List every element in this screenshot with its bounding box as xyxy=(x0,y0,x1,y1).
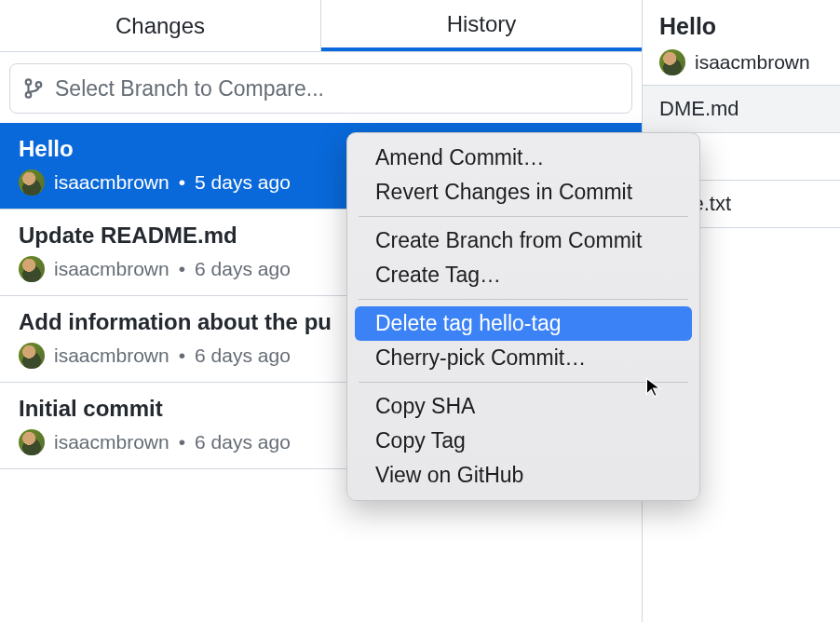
menu-create-branch[interactable]: Create Branch from Commit xyxy=(355,223,692,258)
avatar xyxy=(19,429,45,455)
tab-changes[interactable]: Changes xyxy=(0,0,321,51)
commit-time: 6 days ago xyxy=(195,345,291,367)
commit-time: 6 days ago xyxy=(195,258,291,280)
commit-author: isaacmbrown xyxy=(54,258,169,280)
menu-create-tag[interactable]: Create Tag… xyxy=(355,258,692,292)
branch-compare-selector[interactable]: Select Branch to Compare... xyxy=(9,63,632,114)
commit-detail-author: isaacmbrown xyxy=(695,51,810,74)
git-branch-icon xyxy=(23,78,44,99)
menu-revert-commit[interactable]: Revert Changes in Commit xyxy=(355,175,692,210)
tab-bar: Changes History xyxy=(0,0,642,52)
commit-time: 6 days ago xyxy=(195,431,291,453)
commit-time: 5 days ago xyxy=(195,171,291,194)
menu-delete-tag[interactable]: Delete tag hello-tag xyxy=(355,306,692,341)
avatar xyxy=(19,169,45,196)
menu-amend-commit[interactable]: Amend Commit… xyxy=(355,141,692,175)
menu-separator xyxy=(359,382,688,383)
svg-point-1 xyxy=(26,92,32,98)
commit-author: isaacmbrown xyxy=(54,171,169,194)
avatar xyxy=(19,343,45,369)
commit-detail-title: Hello xyxy=(659,13,823,40)
svg-point-2 xyxy=(36,82,42,88)
commit-context-menu: Amend Commit… Revert Changes in Commit C… xyxy=(346,132,700,501)
avatar xyxy=(19,256,45,282)
menu-cherry-pick[interactable]: Cherry-pick Commit… xyxy=(355,341,692,375)
svg-point-0 xyxy=(26,79,32,85)
menu-separator xyxy=(359,299,688,300)
file-item[interactable]: DME.md xyxy=(643,86,840,133)
menu-copy-tag[interactable]: Copy Tag xyxy=(355,424,692,458)
avatar xyxy=(659,49,685,75)
commit-author: isaacmbrown xyxy=(54,345,169,367)
commit-author: isaacmbrown xyxy=(54,431,169,453)
menu-view-github[interactable]: View on GitHub xyxy=(355,458,692,493)
menu-copy-sha[interactable]: Copy SHA xyxy=(355,389,692,424)
branch-compare-placeholder: Select Branch to Compare... xyxy=(55,76,324,101)
menu-separator xyxy=(359,216,688,217)
tab-history[interactable]: History xyxy=(321,0,642,51)
